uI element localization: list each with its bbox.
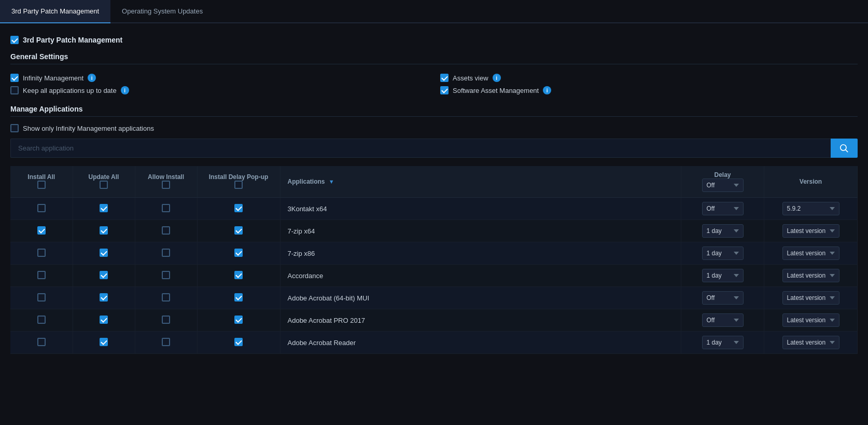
th-install-all: Install All bbox=[10, 166, 73, 198]
install-all-checkbox[interactable] bbox=[37, 338, 46, 346]
version-select[interactable]: Latest version5.9.25.9.15.9.0 bbox=[782, 313, 839, 327]
version-select[interactable]: Latest version5.9.25.9.15.9.0 bbox=[782, 224, 839, 238]
show-only-checkbox[interactable] bbox=[10, 124, 19, 132]
delay-select[interactable]: Off1 day2 days3 days7 days14 days bbox=[702, 202, 744, 215]
cell-version: Latest version5.9.25.9.15.9.0 bbox=[764, 242, 858, 265]
install-all-header-checkbox[interactable] bbox=[37, 181, 46, 189]
update-all-checkbox[interactable] bbox=[100, 249, 108, 257]
cell-install-delay-popup bbox=[197, 198, 280, 220]
version-select[interactable]: Latest version5.9.25.9.15.9.0 bbox=[782, 246, 839, 260]
infinity-mgmt-checkbox[interactable] bbox=[10, 74, 19, 82]
install-all-checkbox[interactable] bbox=[37, 204, 46, 212]
delay-select[interactable]: Off1 day2 days3 days7 days14 days bbox=[702, 269, 744, 282]
th-install-delay-popup: Install Delay Pop-up bbox=[197, 166, 280, 198]
install-all-checkbox[interactable] bbox=[37, 293, 46, 301]
update-all-checkbox[interactable] bbox=[100, 293, 108, 301]
tab-os-updates[interactable]: Operating System Updates bbox=[110, 0, 214, 22]
delay-popup-checkbox[interactable] bbox=[234, 293, 243, 301]
cell-install-delay-popup bbox=[197, 287, 280, 309]
delay-select[interactable]: Off1 day2 days3 days7 days14 days bbox=[702, 224, 744, 238]
cell-update-all bbox=[73, 332, 135, 354]
software-asset-label[interactable]: Software Asset Management bbox=[440, 86, 539, 94]
install-all-checkbox[interactable] bbox=[37, 271, 46, 279]
update-all-header-checkbox[interactable] bbox=[100, 181, 108, 189]
install-all-checkbox[interactable] bbox=[37, 226, 46, 235]
th-update-all-label: Update All bbox=[77, 173, 131, 181]
delay-popup-checkbox[interactable] bbox=[234, 338, 243, 346]
allow-install-header-checkbox[interactable] bbox=[162, 181, 170, 189]
allow-install-checkbox[interactable] bbox=[162, 204, 170, 212]
search-button[interactable] bbox=[831, 139, 858, 158]
software-asset-info-icon[interactable]: i bbox=[543, 86, 551, 94]
update-all-checkbox[interactable] bbox=[100, 338, 108, 346]
th-applications[interactable]: Applications ▼ bbox=[280, 166, 681, 198]
delay-header-select[interactable]: Off 1 day 2 days 3 days 7 days 14 days bbox=[702, 179, 744, 192]
th-delay: Delay Off 1 day 2 days 3 days 7 days 14 … bbox=[681, 166, 764, 198]
allow-install-checkbox[interactable] bbox=[162, 293, 170, 301]
version-select[interactable]: Latest version5.9.25.9.15.9.0 bbox=[782, 336, 839, 349]
cell-install-all bbox=[10, 309, 73, 332]
version-select[interactable]: Latest version5.9.25.9.15.9.0 bbox=[782, 291, 839, 305]
header-checkbox-label[interactable]: 3rd Party Patch Management bbox=[10, 36, 122, 44]
cell-delay: Off1 day2 days3 days7 days14 days bbox=[681, 220, 764, 242]
cell-delay: Off1 day2 days3 days7 days14 days bbox=[681, 198, 764, 220]
th-applications-label: Applications bbox=[288, 178, 325, 185]
cell-install-all bbox=[10, 220, 73, 242]
delay-popup-checkbox[interactable] bbox=[234, 316, 243, 324]
keep-apps-checkbox[interactable] bbox=[10, 86, 19, 94]
install-all-checkbox[interactable] bbox=[37, 249, 46, 257]
software-asset-checkbox[interactable] bbox=[440, 86, 449, 94]
update-all-checkbox[interactable] bbox=[100, 226, 108, 235]
assets-view-checkbox[interactable] bbox=[440, 74, 449, 82]
cell-install-all bbox=[10, 332, 73, 354]
keep-apps-label[interactable]: Keep all applications up to date bbox=[10, 86, 117, 94]
allow-install-checkbox[interactable] bbox=[162, 226, 170, 235]
infinity-mgmt-text: Infinity Management bbox=[23, 74, 83, 82]
header-checkbox[interactable] bbox=[10, 36, 19, 44]
cell-delay: Off1 day2 days3 days7 days14 days bbox=[681, 309, 764, 332]
assets-view-label[interactable]: Assets view bbox=[440, 74, 488, 82]
th-update-all: Update All bbox=[73, 166, 135, 198]
update-all-checkbox[interactable] bbox=[100, 316, 108, 324]
infinity-mgmt-info-icon[interactable]: i bbox=[88, 74, 96, 82]
search-input[interactable] bbox=[10, 139, 831, 158]
install-all-checkbox[interactable] bbox=[37, 316, 46, 324]
th-install-all-label: Install All bbox=[15, 173, 68, 181]
cell-install-all bbox=[10, 242, 73, 265]
update-all-checkbox[interactable] bbox=[100, 204, 108, 212]
keep-apps-info-icon[interactable]: i bbox=[121, 86, 129, 94]
version-select[interactable]: Latest version5.9.25.9.15.9.0 bbox=[782, 269, 839, 282]
delay-select[interactable]: Off1 day2 days3 days7 days14 days bbox=[702, 336, 744, 349]
infinity-mgmt-item: Infinity Management i bbox=[10, 72, 428, 84]
delay-popup-checkbox[interactable] bbox=[234, 249, 243, 257]
allow-install-checkbox[interactable] bbox=[162, 338, 170, 346]
settings-left: Infinity Management i Keep all applicati… bbox=[10, 72, 428, 97]
delay-popup-checkbox[interactable] bbox=[234, 226, 243, 235]
cell-install-all bbox=[10, 198, 73, 220]
delay-popup-checkbox[interactable] bbox=[234, 204, 243, 212]
allow-install-checkbox[interactable] bbox=[162, 271, 170, 279]
version-select[interactable]: Latest version5.9.25.9.15.9.0 bbox=[782, 202, 839, 215]
main-content: 3rd Party Patch Management General Setti… bbox=[0, 23, 868, 362]
update-all-checkbox[interactable] bbox=[100, 271, 108, 279]
delay-select[interactable]: Off1 day2 days3 days7 days14 days bbox=[702, 313, 744, 327]
cell-allow-install bbox=[135, 242, 197, 265]
delay-select[interactable]: Off1 day2 days3 days7 days14 days bbox=[702, 291, 744, 305]
table-row: 7-zip x86Off1 day2 days3 days7 days14 da… bbox=[10, 242, 858, 265]
delay-popup-checkbox[interactable] bbox=[234, 271, 243, 279]
cell-version: Latest version5.9.25.9.15.9.0 bbox=[764, 332, 858, 354]
assets-view-item: Assets view i bbox=[440, 72, 858, 84]
cell-update-all bbox=[73, 265, 135, 287]
assets-view-info-icon[interactable]: i bbox=[493, 74, 501, 82]
sort-arrow-icon: ▼ bbox=[329, 179, 334, 185]
cell-allow-install bbox=[135, 287, 197, 309]
show-only-label[interactable]: Show only Infinity Management applicatio… bbox=[10, 124, 154, 132]
header-section: 3rd Party Patch Management bbox=[10, 36, 858, 44]
delay-popup-header-checkbox[interactable] bbox=[234, 181, 243, 189]
allow-install-checkbox[interactable] bbox=[162, 249, 170, 257]
tab-3rdparty[interactable]: 3rd Party Patch Management bbox=[0, 0, 110, 23]
cell-allow-install bbox=[135, 332, 197, 354]
delay-select[interactable]: Off1 day2 days3 days7 days14 days bbox=[702, 246, 744, 260]
allow-install-checkbox[interactable] bbox=[162, 316, 170, 324]
infinity-mgmt-label[interactable]: Infinity Management bbox=[10, 74, 83, 82]
